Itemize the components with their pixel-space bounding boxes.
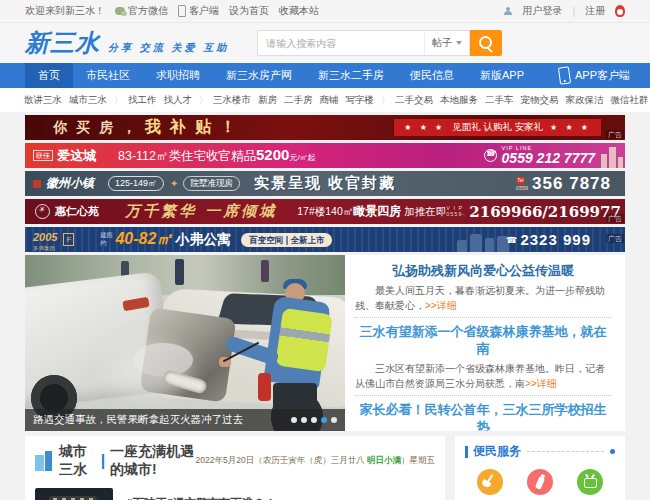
- user-icon: [504, 7, 512, 15]
- subnav-item[interactable]: 二手车: [485, 94, 514, 107]
- ad-brand-logo: 惠仁心苑: [55, 204, 99, 219]
- services-title: 便民服务: [473, 443, 521, 460]
- sparkle-icon: ✦: [170, 178, 178, 189]
- search-input[interactable]: [257, 30, 424, 56]
- nav-item-realestate[interactable]: 新三水房产网: [213, 63, 305, 88]
- subnav-item[interactable]: 找工作: [128, 94, 157, 107]
- nav-item-jobs[interactable]: 求职招聘: [143, 63, 213, 88]
- news-title[interactable]: 家长必看！民转公首年，三水三所学校招生热: [355, 401, 611, 431]
- slider-dot[interactable]: [311, 417, 317, 423]
- photo-caption-bar: 路遇交通事故，民警果断拿起灭火器冲了过去: [25, 409, 345, 431]
- city-section: 城市三水 | 一座充满机遇的城市! 2022年5月20日（农历壬寅年（虎）三月廿…: [25, 436, 445, 500]
- site-header: 新三水 分享 交流 关爱 互助 帖子: [0, 23, 650, 63]
- search-button[interactable]: [470, 30, 502, 56]
- date-text: 2022年5月20日（农历壬寅年（虎）三月廿八 明日小满）星期五: [196, 455, 435, 467]
- login-link[interactable]: 用户登录: [522, 4, 562, 18]
- qq-icon[interactable]: [615, 5, 625, 17]
- tv-icon: [577, 469, 603, 495]
- wechat-icon: [115, 7, 125, 15]
- subnav-item[interactable]: 三水楼市: [213, 94, 251, 107]
- more-link[interactable]: >>详细: [425, 300, 457, 311]
- mobile-icon: [178, 5, 186, 17]
- article-title[interactable]: “百吨王”遇交警弃车而逃？！: [127, 496, 277, 500]
- ad-phone: V I P0559- 2169966/2169977: [446, 203, 621, 221]
- more-link[interactable]: >>详细: [525, 378, 557, 389]
- subnav-item[interactable]: 写字楼: [346, 94, 375, 107]
- ad-slogan: 实景呈现 收官封藏: [254, 174, 396, 193]
- ad-area-badge: 125-149㎡: [108, 176, 164, 191]
- search-category-select[interactable]: 帖子: [424, 30, 470, 56]
- subnav-item[interactable]: 家政保洁: [566, 94, 604, 107]
- building-silhouette: [601, 147, 623, 168]
- news-item: 三水有望新添一个省级森林康养基地，就在南 三水区有望新添一个省级森林康养基地。昨…: [355, 318, 611, 396]
- news-item: 弘扬助残新风尚爱心公益传温暖 最美人间五月天，暮春渐远初夏来。为进一步帮残助残、…: [355, 257, 611, 318]
- nav-item-home[interactable]: 首页: [25, 63, 73, 88]
- subnav-item[interactable]: 二手交易: [395, 94, 433, 107]
- ad-banner-house-subsidy[interactable]: 你买房，我补贴！ ★ ★ ★ 见面礼 认购礼 安家礼 ★ ★ ★ 广告: [25, 115, 625, 140]
- client-label: 客户端: [189, 4, 219, 18]
- article-thumbnail[interactable]: [35, 488, 113, 500]
- bookmark-site-link[interactable]: 收藏本站: [279, 4, 319, 18]
- slider-dot[interactable]: [331, 417, 337, 423]
- subnav-item[interactable]: 散讲三水: [24, 94, 62, 107]
- ad-product-name: 小弗公寓: [175, 231, 231, 249]
- services-panel: 便民服务 家政保洁 保姆月嫂 家电维修: [455, 436, 625, 500]
- services-header: 便民服务: [465, 443, 615, 460]
- dot-icon: [610, 449, 615, 454]
- photo-slider[interactable]: 路遇交通事故，民警果断拿起灭火器冲了过去: [25, 255, 345, 431]
- chevron-separator: 〉: [381, 94, 390, 107]
- main-nav: 首页 市民社区 求职招聘 新三水房产网 新三水二手房 便民信息 新版APP AP…: [0, 63, 650, 88]
- ad-offer-text: 17#楼140㎡瞰景四房 加推在即: [297, 203, 446, 220]
- nav-item-community[interactable]: 市民社区: [73, 63, 143, 88]
- news-excerpt: 最美人间五月天，暮春渐远初夏来。为进一步帮残助残、奉献爱心，>>详细: [355, 283, 611, 313]
- register-link[interactable]: 注册: [585, 4, 605, 18]
- subnav-item[interactable]: 找人才: [164, 94, 193, 107]
- news-title[interactable]: 三水有望新添一个省级森林康养基地，就在南: [355, 323, 611, 358]
- ad-banner-aizhecheng[interactable]: 联佳 爱这城 83-112㎡类住宅收官精品5200元/㎡起 VIP LINE05…: [25, 143, 625, 168]
- smoke-shape: [133, 343, 193, 377]
- app-client-link[interactable]: APP客户端: [559, 63, 630, 88]
- photo-caption: 路遇交通事故，民警果断拿起灭火器冲了过去: [33, 413, 243, 427]
- chevron-separator: 〉: [114, 94, 123, 107]
- set-homepage-link[interactable]: 设为首页: [229, 4, 269, 18]
- page: 欢迎来到新三水！ 官方微信 客户端 设为首页 收藏本站 用户登录 | 注册 新三…: [0, 0, 650, 500]
- client-link[interactable]: 客户端: [178, 4, 219, 18]
- search-box: 帖子: [257, 30, 502, 56]
- ad-phone: ☎ 2323 999: [506, 231, 591, 248]
- subnav-item[interactable]: 二手房: [284, 94, 313, 107]
- ad-banner-huiren[interactable]: 惠仁心苑 万千繁华 一席倾城 17#楼140㎡瞰景四房 加推在即 V I P05…: [25, 199, 625, 224]
- services-row: 家政保洁 保姆月嫂 家电维修: [465, 469, 615, 500]
- subnav-item[interactable]: 商铺: [320, 94, 339, 107]
- slider-dot-active[interactable]: [321, 417, 327, 423]
- nav-item-info[interactable]: 便民信息: [397, 63, 467, 88]
- site-logo[interactable]: 新三水 分享 交流 关爱 互助: [25, 27, 229, 59]
- service-appliance-repair[interactable]: 家电维修: [565, 469, 615, 500]
- subnav-item[interactable]: 微信社群: [611, 94, 649, 107]
- chevron-down-icon: [456, 41, 462, 45]
- bystander-shape: [261, 260, 269, 282]
- ad-banner-dove-apartment[interactable]: 2005多弗集团 F 建面 约 40-82㎡ 小弗公寓 百变空间 | 全新上市 …: [25, 227, 625, 252]
- nav-item-new-app[interactable]: 新版APP: [467, 63, 537, 88]
- nav-item-secondhand-house[interactable]: 新三水二手房: [305, 63, 397, 88]
- sub-nav: 散讲三水 城市三水 〉 找工作 找人才 〉 三水楼市 新房 二手房 商铺 写字楼…: [0, 88, 650, 112]
- city-section-header: 城市三水 | 一座充满机遇的城市! 2022年5月20日（农历壬寅年（虎）三月廿…: [35, 443, 435, 479]
- service-housekeeping[interactable]: 家政保洁: [465, 469, 515, 500]
- subnav-item[interactable]: 宠物交易: [521, 94, 559, 107]
- official-wechat-link[interactable]: 官方微信: [115, 4, 168, 18]
- chevron-separator: 〉: [199, 94, 208, 107]
- ad-banner-huizhou-town[interactable]: 徽州小镇 125-149㎡ ✦ 院墅准现房 实景呈现 收官封藏 Tel0559 …: [25, 171, 625, 196]
- ad-product-badge: 百变空间 | 全新上市: [241, 233, 332, 247]
- subnav-item[interactable]: 城市三水: [69, 94, 107, 107]
- subnav-item[interactable]: 新房: [258, 94, 277, 107]
- ad-headline: 你买房，我补贴！: [53, 117, 245, 138]
- topbar: 欢迎来到新三水！ 官方微信 客户端 设为首页 收藏本站 用户登录 | 注册: [0, 0, 650, 23]
- bystander-shape: [175, 259, 184, 285]
- service-nanny[interactable]: 保姆月嫂: [515, 469, 565, 500]
- title-divider: |: [101, 452, 105, 470]
- slider-dot[interactable]: [301, 417, 307, 423]
- topbar-divider: |: [572, 6, 575, 17]
- stars-icon: ★ ★ ★: [550, 123, 591, 132]
- news-title[interactable]: 弘扬助残新风尚爱心公益传温暖: [355, 262, 611, 280]
- subnav-item[interactable]: 本地服务: [440, 94, 478, 107]
- slider-dot[interactable]: [291, 417, 297, 423]
